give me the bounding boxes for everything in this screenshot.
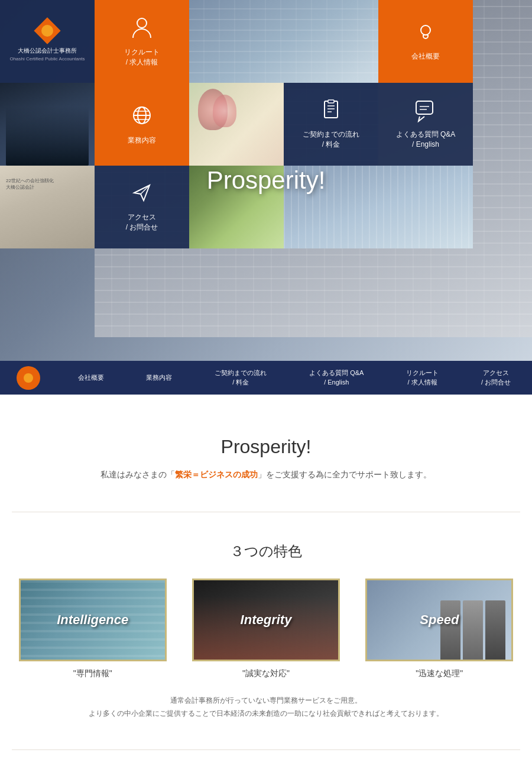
feature-card-integrity: Integrity "誠実な対応" — [192, 579, 340, 683]
features-desc-line2: より多くの中小企業にご提供することで日本経済の未来創造の一助になり社会貢献できれ… — [89, 709, 443, 718]
navbar-logo-inner — [24, 373, 33, 383]
feature-image-speed: Speed — [365, 579, 513, 661]
feature-label-integrity: "誠実な対応" — [192, 668, 340, 679]
divider-2 — [12, 749, 520, 750]
send-icon — [131, 182, 153, 208]
feature-label-speed: "迅速な処理" — [365, 668, 513, 679]
access-label: アクセス/ お問合せ — [126, 212, 158, 232]
chat-icon — [414, 99, 437, 125]
person-icon — [130, 15, 154, 43]
prosperity-subtitle: 私達はみなさまの「繁栄＝ビジネスの成功」をご支援する為に全力でサポート致します。 — [12, 467, 520, 482]
person-photo — [0, 83, 95, 166]
divider-1 — [12, 512, 520, 512]
prosperity-title: Prosperity! — [12, 436, 520, 458]
feature-label-intelligence: "専門情報" — [19, 668, 167, 679]
faq-label: よくある質問 Q&A/ English — [396, 130, 456, 150]
logo-diamond — [34, 17, 60, 44]
contract-label: ご契約までの流れ/ 料金 — [303, 130, 359, 150]
features-description: 通常会計事務所が行っていない専門業務サービスをご用意。 より多くの中小企業にご提… — [12, 694, 520, 720]
plant-photo — [189, 166, 284, 248]
building-br-photo — [284, 166, 473, 248]
services-label: 業務内容 — [128, 135, 156, 146]
logo-name-ja: 大橋公認会計士事務所 — [18, 46, 77, 55]
prosperity-text-1: 私達はみなさまの「 — [100, 470, 175, 479]
hero-grid: 大橋公認会計士事務所 Ohashi Certified Public Accou… — [0, 0, 532, 361]
recruit-label: リクルート/ 求人情報 — [124, 47, 160, 67]
feature-card-speed: Speed "迅速な処理" — [365, 579, 513, 683]
nav-faq[interactable]: よくある質問 Q&A/ English — [304, 366, 368, 389]
recruit-cell[interactable]: リクルート/ 求人情報 — [95, 0, 189, 83]
prosperity-text-2: 」をご支援する為に全力でサポート致します。 — [258, 470, 432, 479]
integrity-label: Integrity — [241, 612, 292, 628]
svg-rect-8 — [325, 101, 338, 118]
nav-company-overview[interactable]: 会社概要 — [73, 371, 109, 384]
hero-section: Prosperity! 大橋公認会計士事務所 Ohashi Certified … — [0, 0, 532, 361]
speed-label: Speed — [420, 612, 459, 628]
contract-cell[interactable]: ご契約までの流れ/ 料金 — [284, 83, 378, 166]
sign-photo: 22世紀への会社強靱化大橋公認会計 — [0, 166, 95, 248]
feature-card-intelligence: Intelligence "専門情報" — [19, 579, 167, 683]
faq-cell[interactable]: よくある質問 Q&A/ English — [378, 83, 473, 166]
company-overview-label: 会社概要 — [411, 51, 440, 62]
logo-cell[interactable]: 大橋公認会計士事務所 Ohashi Certified Public Accou… — [0, 0, 95, 83]
features-grid: Intelligence "専門情報" Integrity "誠実な対応" — [12, 579, 520, 683]
svg-rect-12 — [328, 100, 334, 103]
globe-icon — [130, 104, 154, 131]
nav-services[interactable]: 業務内容 — [141, 371, 177, 384]
nav-recruit[interactable]: リクルート/ 求人情報 — [401, 366, 443, 389]
flowers-photo — [189, 83, 284, 166]
bulb-icon — [415, 22, 436, 47]
nav-contract[interactable]: ご契約までの流れ/ 料金 — [210, 366, 271, 389]
logo-name-en: Ohashi Certified Public Accountants — [9, 56, 85, 62]
navbar-logo[interactable] — [17, 366, 40, 390]
svg-rect-14 — [416, 101, 433, 114]
access-cell[interactable]: アクセス/ お問合せ — [95, 166, 189, 248]
nav-access[interactable]: アクセス/ お問合せ — [476, 366, 515, 389]
features-section: ３つの特色 Intelligence "専門情報" Integrity — [12, 530, 520, 732]
services-cell[interactable]: 業務内容 — [95, 83, 189, 166]
svg-point-0 — [137, 18, 147, 28]
svg-point-1 — [421, 25, 430, 35]
navbar: 会社概要 業務内容 ご契約までの流れ/ 料金 よくある質問 Q&A/ Engli… — [0, 361, 532, 395]
main-content: Prosperity! 私達はみなさまの「繁栄＝ビジネスの成功」をご支援する為に… — [0, 395, 532, 769]
intelligence-label: Intelligence — [57, 612, 128, 628]
prosperity-text-bold: 繁栄＝ビジネスの成功 — [175, 470, 258, 479]
company-overview-cell[interactable]: 会社概要 — [378, 0, 473, 83]
features-title: ３つの特色 — [12, 542, 520, 561]
feature-image-integrity: Integrity — [192, 579, 340, 661]
prosperity-section: Prosperity! 私達はみなさまの「繁栄＝ビジネスの成功」をご支援する為に… — [12, 418, 520, 494]
document-icon — [320, 99, 342, 125]
features-desc-line1: 通常会計事務所が行っていない専門業務サービスをご用意。 — [170, 696, 362, 705]
feature-image-intelligence: Intelligence — [19, 579, 167, 661]
